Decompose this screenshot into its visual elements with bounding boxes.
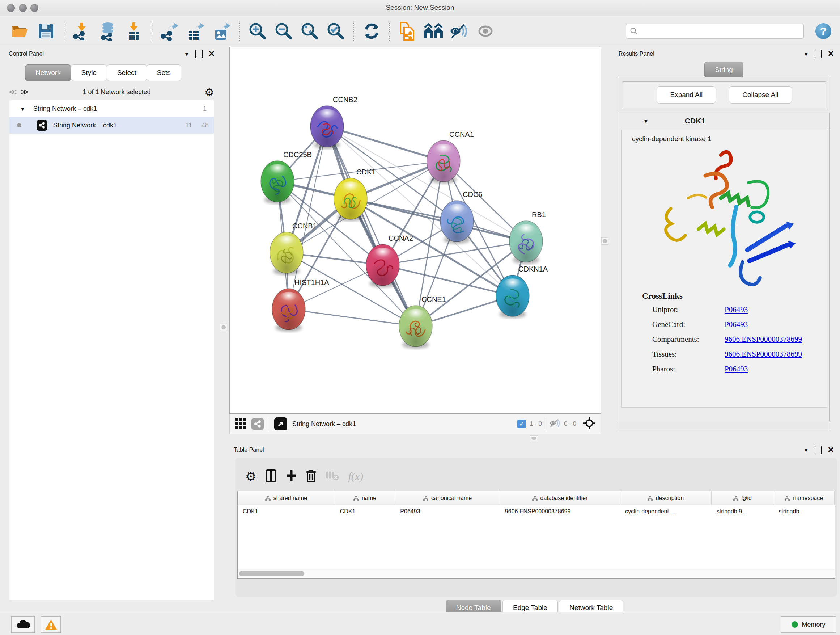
node-result-header[interactable]: ▼ CDK1	[619, 113, 829, 129]
crosslink-link[interactable]: P06493	[725, 320, 748, 329]
hidden-counts: 0 - 0	[564, 420, 576, 428]
show-all-icon[interactable]	[474, 20, 497, 42]
delete-column-icon[interactable]	[306, 469, 316, 484]
panel-menu-icon[interactable]: ▼	[184, 51, 189, 57]
node-CCNB2[interactable]: CCNB2	[310, 96, 357, 149]
tab-string[interactable]: String	[704, 62, 744, 78]
hidden-eye-icon	[549, 419, 561, 429]
import-database-button[interactable]	[96, 20, 119, 42]
hide-unselected-icon[interactable]	[448, 20, 471, 42]
table-horizontal-scrollbar[interactable]	[238, 569, 835, 578]
node-label-HIST1H1A: HIST1H1A	[294, 279, 329, 287]
column-header-description[interactable]: description	[620, 491, 712, 505]
node-CCNA1[interactable]: CCNA1	[427, 130, 474, 184]
control-panel: Control Panel ▼ ✕ Network Style Select S…	[0, 47, 221, 608]
network-collection-row[interactable]: ▼ String Network – cdk1 1	[9, 100, 214, 117]
column-header-namespace[interactable]: namespace	[774, 491, 835, 505]
string-home-icon[interactable]	[422, 20, 445, 42]
node-CDKN1A[interactable]: CDKN1A	[496, 265, 548, 318]
crosslink-row: Pharos:P06493	[622, 362, 827, 377]
edge-HIST1H1A-CCNE1	[289, 309, 416, 326]
zoom-in-button[interactable]	[246, 20, 269, 42]
table-cell[interactable]: CDK1	[238, 508, 335, 515]
scrollbar-thumb[interactable]	[239, 571, 304, 576]
selected-nodes-checkbox[interactable]: ✓	[517, 420, 526, 428]
table-cell[interactable]: cyclin-dependent ...	[620, 508, 712, 515]
table-cell[interactable]: P06493	[395, 508, 500, 515]
save-session-button[interactable]	[35, 20, 57, 42]
zoom-fit-button[interactable]	[298, 20, 321, 42]
share-document-button[interactable]	[396, 20, 418, 42]
column-header-canonicalname[interactable]: canonical name	[395, 491, 500, 505]
open-session-button[interactable]	[9, 20, 31, 42]
column-header-id[interactable]: @id	[712, 491, 774, 505]
close-panel-icon[interactable]: ✕	[208, 49, 215, 59]
crosslink-link[interactable]: P06493	[725, 364, 748, 374]
warning-button[interactable]	[41, 616, 61, 633]
protein-structure-image	[622, 143, 827, 289]
table-header-row[interactable]: shared namenamecanonical namedatabase id…	[238, 491, 835, 505]
node-RB1[interactable]: RB1	[509, 211, 546, 264]
toolbar-separator	[64, 21, 64, 42]
table-row[interactable]: CDK1CDK1P064939606.ENSP00000378699cyclin…	[238, 505, 835, 518]
crosslink-link[interactable]: 9606.ENSP00000378699	[725, 350, 802, 359]
column-header-name[interactable]: name	[335, 491, 395, 505]
network-row[interactable]: String Network – cdk1 11 48	[9, 117, 214, 134]
node-CDK1[interactable]: CDK1	[334, 168, 376, 221]
show-columns-icon[interactable]	[265, 469, 276, 484]
refresh-button[interactable]	[360, 20, 383, 42]
export-table-button[interactable]	[185, 20, 207, 42]
expand-all-icon[interactable]: ≪	[21, 87, 29, 97]
float-panel-icon[interactable]	[815, 50, 822, 58]
network-overview-icon[interactable]	[251, 418, 264, 430]
node-table[interactable]: shared namenamecanonical namedatabase id…	[237, 491, 835, 578]
help-button[interactable]: ?	[815, 23, 831, 39]
search-input[interactable]	[641, 27, 800, 35]
node-CDC6[interactable]: CDC6	[440, 190, 482, 244]
fit-selected-icon[interactable]	[583, 417, 596, 432]
cloud-status-button[interactable]	[11, 616, 35, 633]
close-panel-icon[interactable]: ✕	[828, 445, 834, 455]
import-table-button[interactable]	[123, 20, 145, 42]
network-nodes[interactable]: CCNB2CCNA1CDC25BCDK1CDC6RB1CCNB1CCNA2CDK…	[261, 96, 548, 348]
node-label-RB1: RB1	[532, 211, 546, 219]
right-splitter-handle[interactable]	[601, 238, 608, 245]
node-label-CDKN1A: CDKN1A	[518, 265, 548, 273]
collapse-all-icon[interactable]: ≪	[9, 87, 16, 97]
column-header-databaseidentifier[interactable]: database identifier	[500, 491, 620, 505]
zoom-selected-button[interactable]	[325, 20, 347, 42]
memory-button[interactable]: Memory	[781, 616, 836, 633]
collection-expand-icon[interactable]: ▼	[20, 106, 25, 112]
tab-sets[interactable]: Sets	[147, 65, 181, 81]
panel-menu-icon[interactable]: ▼	[804, 447, 809, 453]
tab-style[interactable]: Style	[71, 65, 107, 81]
table-options-gear-icon[interactable]: ⚙	[245, 469, 256, 484]
crosslink-link[interactable]: 9606.ENSP00000378699	[725, 335, 802, 344]
network-canvas[interactable]: CCNB2CCNA1CDC25BCDK1CDC6RB1CCNB1CCNA2CDK…	[229, 47, 601, 414]
export-image-button[interactable]	[210, 20, 233, 42]
panel-menu-icon[interactable]: ▼	[804, 51, 809, 57]
table-cell[interactable]: 9606.ENSP00000378699	[500, 508, 620, 515]
entry-collapse-icon[interactable]: ▼	[643, 118, 649, 124]
column-header-sharedname[interactable]: shared name	[238, 491, 335, 505]
table-cell[interactable]: CDK1	[335, 508, 395, 515]
expand-all-button[interactable]: Expand All	[657, 86, 716, 103]
close-panel-icon[interactable]: ✕	[828, 49, 834, 59]
birds-eye-view-icon[interactable]	[274, 417, 287, 431]
grid-view-icon[interactable]	[235, 417, 246, 431]
float-panel-icon[interactable]	[195, 50, 202, 58]
table-cell[interactable]: stringdb	[774, 508, 835, 515]
add-column-icon[interactable]	[286, 470, 297, 483]
tab-select[interactable]: Select	[107, 65, 147, 81]
delete-table-icon	[325, 470, 339, 482]
collapse-all-button[interactable]: Collapse All	[729, 86, 791, 103]
crosslink-link[interactable]: P06493	[725, 305, 748, 314]
zoom-out-button[interactable]	[272, 20, 295, 42]
export-network-button[interactable]	[158, 20, 181, 42]
left-splitter-handle[interactable]	[220, 324, 227, 331]
import-network-button[interactable]	[71, 20, 93, 42]
network-options-gear-icon[interactable]: ⚙	[204, 86, 214, 98]
table-cell[interactable]: stringdb:9...	[712, 508, 774, 515]
tab-network[interactable]: Network	[25, 65, 71, 81]
float-panel-icon[interactable]	[815, 446, 822, 454]
